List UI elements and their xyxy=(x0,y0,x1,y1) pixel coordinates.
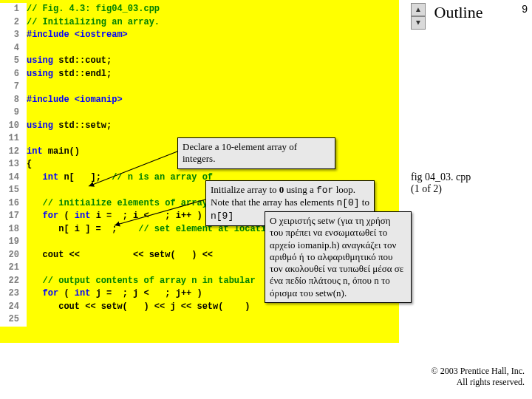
callout-declare-array: Declare a 10-element array of integers. xyxy=(177,137,335,169)
callout-code: for xyxy=(316,185,333,196)
line-number: 15 xyxy=(0,184,27,197)
code-keyword: int xyxy=(27,146,43,157)
callout-code: n[9] xyxy=(211,211,233,222)
line-number: 10 xyxy=(0,120,27,133)
code-keyword: using xyxy=(27,69,58,79)
code-keyword: #include xyxy=(27,30,75,40)
code-text: ; j++ ) xyxy=(154,288,202,299)
code-comment: // n is an array of xyxy=(112,172,213,183)
code-text: i = xyxy=(90,211,117,221)
line-number: 17 xyxy=(0,210,27,223)
callout-text: Declare a 10-element array of integers. xyxy=(183,141,297,164)
figure-name: fig 04_03. cpp xyxy=(411,171,471,183)
code-keyword: using xyxy=(27,120,58,131)
line-number: 23 xyxy=(0,287,27,301)
line-number: 12 xyxy=(0,146,27,159)
line-number: 19 xyxy=(0,236,27,249)
code-keyword: for xyxy=(27,288,58,299)
callout-text: Ο χειριστής setw (για τη χρήση του πρέπε… xyxy=(270,215,403,299)
code-text: n[ xyxy=(58,172,75,183)
code-text: ) << xyxy=(181,250,218,260)
code-text: ]; xyxy=(75,172,112,183)
line-number: 21 xyxy=(0,262,27,275)
copyright: © 2003 Prentice Hall, Inc. All rights re… xyxy=(432,366,525,389)
outline-title: Outline xyxy=(401,3,516,22)
code-keyword: for xyxy=(27,211,58,221)
code-keyword: int xyxy=(75,211,91,221)
code-text: ; j < xyxy=(117,288,154,299)
figure-caption: fig 04_03. cpp (1 of 2) xyxy=(411,171,471,195)
callout-code: n[0] xyxy=(336,197,359,208)
line-number: 20 xyxy=(0,249,27,262)
line-number: 6 xyxy=(0,68,27,81)
code-include: <iostream> xyxy=(75,30,128,40)
code-text: cout << setw( xyxy=(27,301,133,312)
code-comment: // output contents of array n in tabular xyxy=(27,276,256,286)
callout-text: to xyxy=(360,197,369,208)
code-text: cout << xyxy=(27,250,85,260)
code-text: main() xyxy=(43,146,80,157)
code-text: ; i++ ) xyxy=(154,211,202,221)
page-number: 9 xyxy=(522,3,528,15)
code-keyword: int xyxy=(75,288,91,299)
callout-text: Initialize array to xyxy=(211,184,279,195)
line-number: 18 xyxy=(0,223,27,236)
copyright-line: © 2003 Prentice Hall, Inc. xyxy=(432,366,525,378)
figure-part: (1 of 2) xyxy=(411,183,471,195)
line-number: 3 xyxy=(0,29,27,42)
code-text: { xyxy=(27,159,32,169)
code-text: ) << j << setw( xyxy=(133,301,229,312)
code-text: ( xyxy=(58,288,75,299)
code-text: << setw( xyxy=(85,250,181,260)
code-text: ; xyxy=(106,224,138,234)
outline-box: Outline xyxy=(401,3,516,22)
code-text: j = xyxy=(90,288,117,299)
code-comment: // initialize elements of array xyxy=(27,198,213,208)
callout-setw-explain: Ο χειριστής setw (για τη χρήση του πρέπε… xyxy=(265,211,412,303)
line-number: 22 xyxy=(0,275,27,288)
code-keyword: int xyxy=(27,172,58,183)
line-number: 13 xyxy=(0,158,27,171)
code-comment: // Fig. 4.3: fig04_03.cpp xyxy=(27,4,160,14)
code-text: std::cout; xyxy=(58,55,112,66)
callout-text: using a xyxy=(284,184,316,195)
code-text: n[ i ] = xyxy=(27,224,106,234)
code-text: std::endl; xyxy=(58,69,112,79)
line-number: 24 xyxy=(0,301,27,314)
code-text: std::setw; xyxy=(58,120,112,131)
line-number: 5 xyxy=(0,55,27,68)
copyright-line: All rights reserved. xyxy=(432,377,525,389)
line-number: 1 xyxy=(0,3,27,16)
code-keyword: #include xyxy=(27,95,75,105)
line-number: 2 xyxy=(0,16,27,30)
line-number: 7 xyxy=(0,81,27,94)
code-comment: // Initializing an array. xyxy=(27,17,160,27)
slide: 9 ▲ ▲ Outline 1// Fig. 4.3: fig04_03.cpp… xyxy=(0,0,532,399)
code-text: ; i < xyxy=(117,211,154,221)
code-text: ) xyxy=(229,301,250,312)
line-number: 4 xyxy=(0,42,27,55)
line-number: 16 xyxy=(0,197,27,211)
line-number: 9 xyxy=(0,106,27,120)
line-number: 14 xyxy=(0,171,27,185)
code-keyword: using xyxy=(27,55,58,66)
code-include: <iomanip> xyxy=(75,95,123,105)
line-number: 11 xyxy=(0,132,27,146)
line-number: 25 xyxy=(0,313,27,327)
line-number: 8 xyxy=(0,94,27,107)
code-text: ( xyxy=(58,211,75,221)
